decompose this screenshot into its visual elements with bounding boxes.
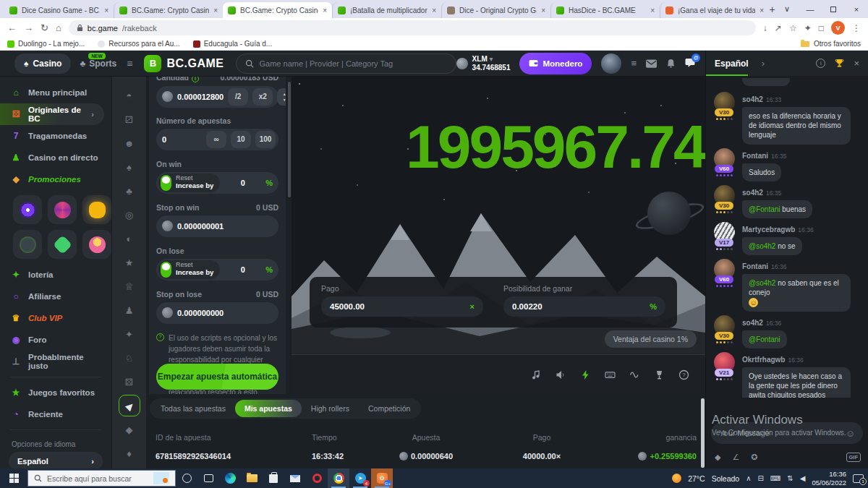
action-center-icon[interactable]: 3	[853, 474, 864, 483]
tray-icon-1[interactable]: ⊟	[758, 474, 764, 482]
rain-icon[interactable]: ◆	[715, 453, 720, 462]
rail-game-icon[interactable]: ♠	[119, 156, 140, 178]
promo-tile-wheel[interactable]	[48, 195, 77, 224]
sound-icon[interactable]	[555, 369, 566, 380]
promo-tile-tag[interactable]	[48, 230, 77, 259]
chat-toggle[interactable]: @	[685, 57, 695, 70]
rail-game-icon[interactable]: ⚄	[119, 371, 140, 393]
hotkeys-icon[interactable]	[604, 369, 616, 380]
sidebar-item-originales-bc[interactable]: ⚄Originales de BC›	[0, 103, 104, 125]
rail-game-icon[interactable]: ◐	[119, 228, 140, 249]
back-icon[interactable]: ←	[7, 22, 17, 33]
casino-toggle[interactable]: ♠Casino	[14, 53, 71, 74]
chat-messages[interactable]: V30 so4h216:33 eso es la diferencia hora…	[706, 76, 868, 398]
hundred-bets-button[interactable]: 100	[255, 131, 276, 148]
currency-selector[interactable]: XLM ▾34.7468851	[456, 55, 511, 72]
promo-tile-piggy[interactable]	[82, 195, 111, 224]
rail-game-icon[interactable]: ✦	[119, 323, 140, 345]
username[interactable]: Okrtfrhagwb	[742, 356, 785, 364]
bookmark-item[interactable]: Recursos para el Au...	[98, 40, 179, 48]
username[interactable]: Martycebragwb	[742, 226, 795, 234]
bell-icon[interactable]	[666, 59, 676, 68]
home-icon[interactable]: ⌂	[56, 22, 61, 33]
emoji-picker-icon[interactable]: ☺	[846, 428, 855, 439]
mail-icon[interactable]	[646, 59, 657, 68]
user-avatar[interactable]	[601, 53, 621, 74]
sidebar-item-tragamonedas[interactable]: 7Tragamonedas	[0, 125, 111, 147]
rules-icon[interactable]: ∠	[732, 453, 739, 462]
taskbar-search[interactable]: Escribe aquí para buscar	[27, 470, 176, 487]
rail-game-icon[interactable]: ◆	[119, 419, 140, 440]
mention[interactable]: @so4h2	[749, 242, 775, 250]
browser-tab[interactable]: BC.Game: Crypto Casino Games×	[114, 2, 223, 18]
on-lose-increase-value[interactable]: 0	[220, 265, 265, 274]
url-field[interactable]: bc.game/rakeback	[69, 20, 756, 35]
browser-profile-avatar[interactable]: V	[831, 21, 845, 35]
mention[interactable]: @Fontani	[749, 205, 780, 213]
chat-rules-icon[interactable]: i	[816, 59, 825, 68]
tab-close-icon[interactable]: ×	[213, 7, 218, 14]
tab-close-icon[interactable]: ×	[104, 7, 109, 14]
task-view-button[interactable]	[197, 468, 219, 488]
tray-expand-icon[interactable]: ∧	[746, 474, 751, 482]
reload-icon[interactable]: ↻	[41, 22, 48, 33]
rail-game-icon-active-rocket[interactable]: ▶	[119, 395, 140, 416]
chevron-right-icon[interactable]: ›	[762, 58, 765, 69]
num-bets-input[interactable]: 0 ∞ 10 100	[156, 129, 278, 150]
side-panel-icon[interactable]: □	[819, 23, 824, 33]
on-lose-reset-toggle[interactable]: ResetIncrease by	[158, 260, 220, 279]
active-app-button[interactable]: OG+	[371, 468, 393, 488]
mention[interactable]: @so4h2	[749, 279, 775, 287]
infinity-bets-button[interactable]: ∞	[206, 131, 226, 148]
wallet-button[interactable]: Monedero	[519, 53, 592, 74]
rail-game-icon[interactable]: ◓	[119, 85, 140, 106]
cortana-button[interactable]	[176, 468, 197, 488]
promo-tile-rocket[interactable]	[13, 230, 42, 259]
minimize-button[interactable]: —	[799, 0, 822, 18]
start-autobet-button[interactable]: Empezar apuesta automática	[156, 364, 278, 390]
close-chat-icon[interactable]: ×	[854, 58, 859, 69]
username[interactable]: so4h2	[742, 319, 763, 327]
extensions-icon[interactable]: ✦	[804, 23, 812, 33]
list-icon[interactable]: ≡	[631, 58, 637, 69]
keyboard-icon[interactable]: ⌨	[770, 474, 780, 482]
page-scrollbar[interactable]	[701, 398, 705, 468]
bet-amount-input[interactable]: 0.000012800 /2 x2 ▲▼	[156, 86, 278, 108]
edge-button[interactable]	[219, 468, 241, 488]
win-chance-input[interactable]: 0.00220%	[503, 296, 665, 317]
clear-icon[interactable]: ×	[470, 302, 475, 311]
on-win-reset-toggle[interactable]: ResetIncrease by	[158, 174, 220, 192]
instant-bet-icon[interactable]	[579, 369, 591, 380]
on-win-increase-value[interactable]: 0	[220, 179, 265, 187]
other-favorites[interactable]: Otros favoritos	[801, 40, 861, 48]
username[interactable]: Fontani	[742, 262, 768, 270]
tab-high-rollers[interactable]: High rollers	[302, 400, 359, 417]
bookmark-item[interactable]: Duolingo - La mejo...	[7, 40, 85, 48]
amount-stepper[interactable]: ▲▼	[277, 88, 286, 106]
sidebar-item-menu-principal[interactable]: ⌂Menu principal	[0, 82, 111, 103]
game-search-input[interactable]: Game name | Provider | Category Tag	[236, 53, 456, 74]
stop-lose-input[interactable]: 0.000000000	[156, 302, 278, 324]
panel-scrollbar[interactable]	[288, 82, 291, 197]
rail-game-icon[interactable]: ⚂	[119, 108, 140, 130]
browser-menu-icon[interactable]: ⋮	[852, 23, 861, 33]
chrome-button[interactable]	[328, 468, 349, 488]
close-window-button[interactable]: ×	[845, 0, 868, 18]
stop-win-input[interactable]: 0.000000001	[156, 215, 278, 237]
tab-competicion[interactable]: Competición	[359, 400, 420, 417]
sports-toggle[interactable]: NEW♣Sports	[80, 59, 116, 69]
volume-icon[interactable]: ◀	[800, 474, 806, 482]
sidebar-item-promociones[interactable]: ◆Promociones	[0, 168, 111, 190]
bookmark-star-icon[interactable]: ☆	[789, 23, 797, 33]
store-button[interactable]	[263, 468, 284, 488]
tab-close-icon[interactable]: ×	[432, 7, 436, 14]
sidebar-item-loteria[interactable]: ✦lotería	[0, 264, 111, 286]
rail-game-icon[interactable]: ♦	[119, 442, 140, 464]
promo-tile-target[interactable]	[13, 195, 42, 224]
menu-hamburger-icon[interactable]: ≡	[127, 58, 132, 69]
mail-button[interactable]	[284, 468, 306, 488]
browser-tab-active[interactable]: BC.Game: Crypto Casino Games×	[223, 2, 332, 18]
network-icon[interactable]: ⇅	[787, 474, 793, 482]
double-bet-button[interactable]: x2	[252, 88, 273, 106]
username[interactable]: so4h2	[742, 95, 763, 103]
